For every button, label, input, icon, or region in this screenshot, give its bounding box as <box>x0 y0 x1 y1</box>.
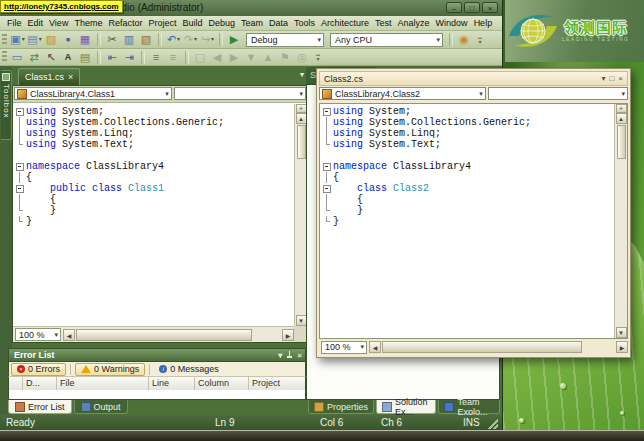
open-file-icon[interactable]: ▨ <box>43 32 60 47</box>
menu-item[interactable]: Team <box>238 18 266 28</box>
floating-window-titlebar[interactable]: Class2.cs ▾ □ × <box>319 71 628 86</box>
add-item-icon[interactable]: ▤▾ <box>26 32 43 47</box>
font-tool-icon[interactable]: A <box>60 50 77 65</box>
column-header[interactable]: Line <box>149 377 195 390</box>
scroll-down-icon[interactable]: ▼ <box>296 315 307 326</box>
solution-explorer-tab-icon[interactable]: Solution Ex... <box>376 400 436 414</box>
close-icon[interactable]: × <box>297 351 302 360</box>
code-line[interactable]: public class Class1 <box>13 183 294 194</box>
code-editor-class1[interactable]: using System; using System.Collections.G… <box>13 104 294 326</box>
errors-filter-button[interactable]: × 0 Errors <box>11 363 66 376</box>
display-quick-info-icon[interactable]: ▢ <box>192 50 209 65</box>
code-line[interactable]: { <box>320 194 614 205</box>
platform-combo[interactable]: Any CPU ▾ <box>330 33 443 47</box>
code-line[interactable]: using System.Text; <box>320 139 614 150</box>
maximize-button[interactable]: □ <box>464 2 480 13</box>
redo-icon[interactable]: ↷▾ <box>182 32 199 47</box>
code-line[interactable]: } <box>320 205 614 216</box>
error-list-body[interactable] <box>8 390 306 400</box>
properties-window-icon[interactable]: ▭ <box>9 50 26 65</box>
members-combo[interactable]: ▾ <box>174 87 306 100</box>
column-header[interactable] <box>9 377 23 390</box>
code-line[interactable]: { <box>13 172 294 183</box>
outline-margin[interactable] <box>320 128 333 139</box>
outline-margin[interactable] <box>320 117 333 128</box>
code-line[interactable]: } <box>320 216 614 227</box>
close-button[interactable]: × <box>618 74 623 84</box>
outline-margin[interactable] <box>13 106 26 117</box>
scroll-left-icon[interactable]: ◀ <box>63 329 75 341</box>
toolbar-grip[interactable] <box>2 34 7 46</box>
code-line[interactable]: using System.Text; <box>13 139 294 150</box>
window-menu-icon[interactable]: ▾ <box>601 74 605 84</box>
resize-grip[interactable] <box>487 418 498 429</box>
watermark-link[interactable]: http://lonely7345.cnblogs.com <box>0 0 123 13</box>
toolbar-overflow[interactable]: ••▾ <box>475 33 485 47</box>
outline-margin[interactable] <box>13 183 26 194</box>
code-line[interactable]: namespace ClassLibrary4 <box>320 161 614 172</box>
bookmark-folder-icon[interactable]: ▲ <box>260 50 277 65</box>
menu-item[interactable]: Edit <box>25 18 47 28</box>
code-line[interactable]: using System; <box>320 106 614 117</box>
code-line[interactable] <box>13 150 294 161</box>
scrollbar-thumb[interactable] <box>297 125 306 159</box>
types-combo[interactable]: ClassLibrary4.Class2 ▾ <box>319 87 486 100</box>
outline-margin[interactable] <box>13 216 26 227</box>
find-in-files-icon[interactable]: ◉ <box>456 32 473 47</box>
paste-append-icon[interactable]: ▤ <box>77 50 94 65</box>
code-line[interactable]: } <box>13 216 294 227</box>
navigate-backward-icon[interactable]: ↪▾ <box>199 32 216 47</box>
minimize-button[interactable]: – <box>446 2 462 13</box>
close-button[interactable]: × <box>482 2 498 13</box>
code-line[interactable]: using System.Linq; <box>13 128 294 139</box>
menu-item[interactable]: Debug <box>205 18 238 28</box>
cut-icon[interactable]: ✂ <box>104 32 121 47</box>
zoom-combo[interactable]: 100 % ▾ <box>321 341 367 354</box>
split-handle-icon[interactable]: + <box>296 104 307 113</box>
zoom-combo[interactable]: 100 % ▾ <box>15 328 61 341</box>
outline-margin[interactable] <box>320 183 333 194</box>
team-explorer-tab-icon[interactable]: Team Explo... <box>438 400 500 414</box>
outline-margin[interactable] <box>13 128 26 139</box>
increase-indent-icon[interactable]: ⇥ <box>121 50 138 65</box>
object-browser-icon[interactable]: ⇄ <box>26 50 43 65</box>
maximize-button[interactable]: □ <box>609 74 614 84</box>
outline-margin[interactable] <box>13 205 26 216</box>
warnings-filter-button[interactable]: 0 Warnings <box>75 363 145 376</box>
menu-item[interactable]: File <box>4 18 25 28</box>
outline-margin[interactable] <box>320 172 333 183</box>
outline-margin[interactable] <box>320 106 333 117</box>
chevron-down-icon[interactable]: ▾ <box>278 351 282 360</box>
horizontal-scrollbar[interactable]: 100 % ▾ ◀ ▶ <box>319 339 628 354</box>
column-header[interactable]: Project <box>249 377 305 390</box>
start-debugging-icon[interactable]: ▶ <box>226 32 243 47</box>
code-line[interactable]: { <box>320 172 614 183</box>
outline-margin[interactable] <box>320 150 333 161</box>
outline-margin[interactable] <box>13 161 26 172</box>
code-line[interactable]: } <box>13 205 294 216</box>
types-combo[interactable]: ClassLibrary4.Class1 ▾ <box>14 87 172 100</box>
outline-margin[interactable] <box>320 205 333 216</box>
column-header[interactable]: Column <box>195 377 249 390</box>
toolbox-tab[interactable]: Toolbox <box>1 70 12 140</box>
menu-item[interactable]: Theme <box>71 18 105 28</box>
scroll-up-icon[interactable]: ▲ <box>296 113 307 124</box>
code-line[interactable]: namespace ClassLibrary4 <box>13 161 294 172</box>
tab-error-list[interactable]: Error List <box>8 400 72 414</box>
decrease-indent-icon[interactable]: ⇤ <box>104 50 121 65</box>
outline-margin[interactable] <box>13 150 26 161</box>
code-line[interactable]: using System.Linq; <box>320 128 614 139</box>
next-bookmark-icon[interactable]: ▶ <box>226 50 243 65</box>
tab-class1[interactable]: Class1.cs × <box>18 68 80 85</box>
menu-item[interactable]: View <box>46 18 71 28</box>
properties-tab-icon[interactable]: Properties <box>308 400 374 414</box>
menu-item[interactable]: Test <box>372 18 395 28</box>
debug-configuration-combo[interactable]: Debug ▾ <box>246 33 324 47</box>
tab-output[interactable]: Output <box>74 400 128 414</box>
menu-item[interactable]: Refactor <box>105 18 145 28</box>
horizontal-scrollbar[interactable]: 100 % ▾ ◀ ▶ <box>13 326 294 342</box>
tab-list-dropdown-icon[interactable]: ▾ <box>300 70 304 79</box>
vertical-scrollbar[interactable]: + ▲ ▼ <box>614 104 627 338</box>
menu-item[interactable]: Build <box>179 18 205 28</box>
members-combo[interactable]: ▾ <box>488 87 628 100</box>
